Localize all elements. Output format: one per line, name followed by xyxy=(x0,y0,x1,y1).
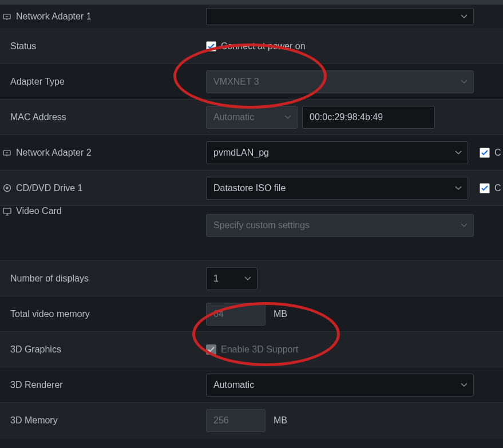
mac-address-input[interactable] xyxy=(302,106,435,129)
row-network-adapter-1-header: Network Adapter 1 xyxy=(0,0,503,29)
cd-dvd-connect-checkbox[interactable] xyxy=(480,183,490,193)
row-3d-renderer: 3D Renderer Automatic xyxy=(0,367,503,403)
enable-3d-checkbox xyxy=(206,344,216,355)
mac-mode-select: Automatic xyxy=(206,106,298,129)
na2-connect-label-partial: C xyxy=(494,148,501,158)
cd-dvd-select[interactable]: Datastore ISO file xyxy=(206,177,468,200)
total-video-memory-input xyxy=(206,303,266,326)
chevron-down-icon xyxy=(455,186,462,191)
video-card-settings-select: Specify custom settings xyxy=(206,214,474,237)
row-video-card: Video Card Specify custom settings xyxy=(0,206,503,261)
total-video-memory-label: Total video memory xyxy=(10,309,90,319)
cd-dvd-label: CD/DVD Drive 1 xyxy=(16,183,82,193)
3d-renderer-select[interactable]: Automatic xyxy=(206,374,474,397)
3d-memory-input xyxy=(206,409,266,432)
monitor-icon xyxy=(2,207,11,216)
mac-address-label: MAC Address xyxy=(10,112,66,122)
row-na1-mac: MAC Address Automatic xyxy=(0,100,503,135)
row-network-adapter-2: Network Adapter 2 pvmdLAN_pg C xyxy=(0,135,503,171)
connect-at-power-on-label: Connect at power on xyxy=(221,41,306,51)
num-displays-label: Number of displays xyxy=(10,273,89,284)
na2-connect-checkbox[interactable] xyxy=(480,148,490,158)
network-adapter-icon xyxy=(2,148,11,157)
network-adapter-1-network-select[interactable] xyxy=(206,8,474,25)
chevron-down-icon xyxy=(244,276,251,281)
row-3d-memory: 3D Memory MB xyxy=(0,403,503,438)
connect-at-power-on-checkbox[interactable] xyxy=(206,41,216,51)
chevron-down-icon xyxy=(461,223,468,228)
num-displays-select[interactable]: 1 xyxy=(206,267,258,290)
3d-graphics-label: 3D Graphics xyxy=(10,344,61,355)
adapter-type-label: Adapter Type xyxy=(10,77,65,87)
3d-memory-label: 3D Memory xyxy=(10,415,58,426)
row-3d-graphics: 3D Graphics Enable 3D Support xyxy=(0,332,503,367)
video-card-label: Video Card xyxy=(16,206,62,216)
adapter-type-select: VMXNET 3 xyxy=(206,70,474,93)
svg-point-3 xyxy=(6,187,7,189)
row-na1-status: Status Connect at power on xyxy=(0,29,503,64)
status-label: Status xyxy=(10,41,36,51)
enable-3d-label: Enable 3D Support xyxy=(221,344,298,355)
row-num-displays: Number of displays 1 xyxy=(0,261,503,296)
chevron-down-icon xyxy=(461,14,468,19)
network-adapter-icon xyxy=(2,12,11,21)
row-total-video-memory: Total video memory MB xyxy=(0,296,503,332)
network-adapter-2-label: Network Adapter 2 xyxy=(16,148,92,158)
network-adapter-2-select[interactable]: pvmdLAN_pg xyxy=(206,141,468,164)
3d-renderer-label: 3D Renderer xyxy=(10,380,63,390)
chevron-down-icon xyxy=(284,115,291,120)
network-adapter-1-label: Network Adapter 1 xyxy=(16,11,92,22)
mb-unit: MB xyxy=(274,309,287,319)
chevron-down-icon xyxy=(455,150,462,155)
chevron-down-icon xyxy=(461,383,468,387)
disc-icon xyxy=(2,184,11,193)
row-cd-dvd-drive-1: CD/DVD Drive 1 Datastore ISO file C xyxy=(0,171,503,206)
svg-point-2 xyxy=(3,185,10,192)
chevron-down-icon xyxy=(461,80,468,84)
row-na1-adapter-type: Adapter Type VMXNET 3 xyxy=(0,64,503,100)
mb-unit: MB xyxy=(274,415,287,426)
svg-rect-4 xyxy=(3,208,11,213)
cd-dvd-connect-label-partial: C xyxy=(494,183,501,193)
